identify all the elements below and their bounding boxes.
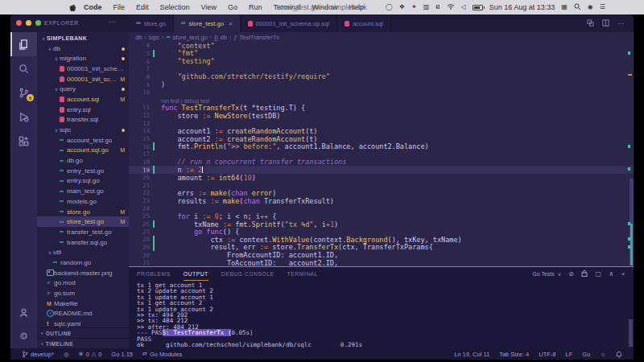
menu-view[interactable]: View xyxy=(196,3,222,11)
cursor-app-icon[interactable]: ✦ xyxy=(411,3,417,11)
record-icon[interactable]: ◯ xyxy=(386,3,393,11)
run-debug-icon[interactable] xyxy=(10,105,37,129)
eol-item[interactable]: LF xyxy=(566,351,573,358)
tree-item-store-go[interactable]: ∞store.goM xyxy=(37,207,129,217)
notifications-bell-icon[interactable] xyxy=(616,351,622,358)
tree-item-000001-init-schema-up[interactable]: 000001_init_schema.up....M xyxy=(37,74,129,84)
panel-tab-terminal[interactable]: TERMINAL xyxy=(287,267,318,281)
tree-item-go-mod[interactable]: ≡go.mod xyxy=(37,278,129,289)
tree-item-account-test-go[interactable]: ∞account_test.go xyxy=(37,135,129,146)
close-tab-icon[interactable]: × xyxy=(229,20,233,27)
tree-item-transfer-sql-go[interactable]: ∞transfer.sql.go xyxy=(37,237,129,248)
breadcrumb-item-store-test-go[interactable]: store_test.go xyxy=(172,34,207,41)
tree-item-transfer-sql[interactable]: transfer.sql xyxy=(37,115,129,125)
encoding-item[interactable]: UTF-8 xyxy=(539,351,555,358)
tree-item-makefile[interactable]: MMakefile xyxy=(37,298,129,309)
tab-account-sql[interactable]: account.sql xyxy=(337,14,391,32)
tree-item-sqlc-yaml[interactable]: !sqlc.yaml xyxy=(37,319,129,327)
git-branch-item[interactable]: develop* xyxy=(22,351,54,358)
open-log-icon[interactable]: ▢ xyxy=(595,270,601,278)
menu-file[interactable]: File xyxy=(108,3,131,11)
menu-go[interactable]: Go xyxy=(222,3,243,11)
codelens-run-debug-test[interactable]: run test | debug test xyxy=(129,96,634,104)
tree-item-entry-sql-go[interactable]: ∞entry.sql.go xyxy=(37,176,129,187)
minimize-window-button[interactable] xyxy=(26,20,31,26)
gitlens-eye-icon[interactable]: ◎ xyxy=(64,351,69,358)
tree-item-000001-init-schema-down-sql[interactable]: 000001_init_schema.down.sql xyxy=(37,64,129,74)
tree-item-query[interactable]: ∨query xyxy=(37,84,129,94)
tree-item-transfer-test-go[interactable]: ∞transfer_test.go xyxy=(37,227,129,237)
apple-menu-icon[interactable] xyxy=(69,3,76,12)
indentation-item[interactable]: Tab Size: 4 xyxy=(499,351,529,358)
more-actions-icon[interactable]: ⋯ xyxy=(617,20,624,27)
tree-item-go-sum[interactable]: ≡go.sum xyxy=(37,288,129,298)
breadcrumb-item-testtransfertx[interactable]: TestTransferTx xyxy=(239,34,279,41)
tree-item-main-test-go[interactable]: ∞main_test.go xyxy=(37,186,129,196)
problems-item[interactable]: ⊗ 0 △ 0 xyxy=(79,351,102,358)
close-window-button[interactable] xyxy=(16,20,22,26)
tree-item-util[interactable]: ∨util xyxy=(37,247,129,257)
tree-item-entry-test-go[interactable]: ∞entry_test.go xyxy=(37,166,129,176)
tree-item-simplebank[interactable]: ∨SIMPLEBANK xyxy=(37,33,129,43)
panel-tab-output[interactable]: OUTPUT xyxy=(184,267,208,281)
siri-icon[interactable]: ◉ xyxy=(588,3,593,11)
timeline-section-header[interactable]: › TIMELINE xyxy=(37,338,129,348)
zoom-window-button[interactable] xyxy=(35,20,41,26)
wifi-icon[interactable] xyxy=(447,3,455,11)
tree-item-migration[interactable]: ∨migration xyxy=(37,53,129,64)
tree-item-db[interactable]: ∨db xyxy=(37,43,129,54)
split-editor-icon[interactable] xyxy=(602,19,609,28)
spotlight-search-icon[interactable] xyxy=(574,3,581,12)
overview-ruler[interactable] xyxy=(627,42,634,266)
open-changes-icon[interactable] xyxy=(587,19,594,28)
breadcrumb-item-db[interactable]: db xyxy=(221,34,227,41)
explorer-more-actions-icon[interactable]: ⋯ xyxy=(109,18,116,26)
source-control-icon[interactable]: 6 xyxy=(10,80,37,105)
tree-item-models-go[interactable]: ∞models.go xyxy=(37,196,129,207)
bluetooth-icon[interactable]: Ƀ xyxy=(436,3,440,11)
tree-item-random-go[interactable]: ∞random.go xyxy=(37,257,129,268)
menu-code[interactable]: Code xyxy=(78,3,108,11)
extensions-icon[interactable] xyxy=(10,129,37,153)
tree-item-account-sql[interactable]: account.sqlM xyxy=(37,94,129,105)
maximize-panel-icon[interactable]: ∧ xyxy=(609,270,613,278)
keyboard-icon[interactable]: ▦ xyxy=(561,3,568,11)
tree-item-entry-sql[interactable]: entry.sql xyxy=(37,105,129,115)
settings-gear-icon[interactable]: ⚙ xyxy=(10,324,37,348)
output-channel-select[interactable]: Go Tests ∨ xyxy=(532,271,561,277)
volume-icon[interactable]: ◁ xyxy=(461,3,466,11)
cursor-position-item[interactable]: Ln 19, Col 11 xyxy=(454,351,489,358)
breadcrumb-item-db[interactable]: db xyxy=(135,34,142,41)
tree-item-sqlc[interactable]: ∨sqlc xyxy=(37,125,129,135)
panel-tab-problems[interactable]: PROBLEMS xyxy=(137,267,171,281)
clear-output-icon[interactable]: ⊘ xyxy=(568,270,574,278)
breadcrumb-item-sqlc[interactable]: sqlc xyxy=(149,34,159,41)
output-console[interactable]: tx 1 get account 1tx 2 update account 2t… xyxy=(129,281,634,348)
go-version-item[interactable]: Go 1.15 xyxy=(111,351,133,358)
go-modules-item[interactable]: ⇄ Go Modules xyxy=(142,351,182,358)
menu-selection[interactable]: Selection xyxy=(155,3,196,11)
feedback-smiley-icon[interactable]: ☺ xyxy=(600,351,606,358)
tree-item-readme-md[interactable]: iREADME.md xyxy=(37,309,129,319)
outline-section-header[interactable]: › OUTLINE xyxy=(37,327,129,338)
notification-center-icon[interactable]: ☰ xyxy=(600,3,605,11)
code-editor[interactable]: 4 "context"5 "fmt"6 "testing"78 "github.… xyxy=(129,42,634,266)
account-icon[interactable] xyxy=(10,300,37,324)
panel-scrollbar[interactable] xyxy=(629,319,633,347)
panel-tab-debug-console[interactable]: DEBUG CONSOLE xyxy=(221,267,275,281)
tree-item-db-go[interactable]: ∞db.go xyxy=(37,155,129,166)
close-panel-icon[interactable]: × xyxy=(621,270,625,278)
tree-item-store-test-go[interactable]: ∞store_test.goM xyxy=(37,216,129,227)
explorer-icon[interactable] xyxy=(10,32,37,56)
app-status-icon[interactable]: ❖ xyxy=(399,3,405,11)
language-mode-item[interactable]: Go xyxy=(582,351,590,358)
menubar-clock[interactable]: Sun 16 Aug at 13:33 xyxy=(489,3,555,11)
menu-run[interactable]: Run xyxy=(243,3,268,11)
search-icon[interactable] xyxy=(10,56,37,80)
tab-000001-init-schema-up-sql[interactable]: 000001_init_schema.up.sql xyxy=(241,14,337,32)
menu-edit[interactable]: Edit xyxy=(130,3,155,11)
tab-store-go[interactable]: ∞store.go xyxy=(129,14,174,32)
lock-scroll-icon[interactable] xyxy=(581,269,588,278)
tab-store-test-go[interactable]: ∞store_test.go× xyxy=(174,14,241,32)
tree-item-account-sql-go[interactable]: ∞account.sql.goM xyxy=(37,146,129,156)
